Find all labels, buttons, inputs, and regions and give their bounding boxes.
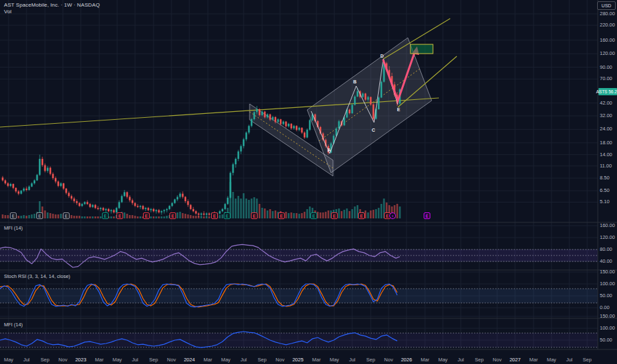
candle [201, 214, 203, 215]
candle [15, 188, 17, 191]
time-axis-label: Mar [95, 357, 104, 363]
candle [182, 194, 184, 197]
candle [105, 209, 107, 210]
svg-text:E: E [65, 214, 68, 218]
mfi-axis-label: 80.00 [600, 247, 612, 252]
candle [97, 208, 99, 209]
volume-bar [182, 213, 184, 218]
candle [267, 114, 269, 117]
candle [256, 109, 258, 112]
candle [47, 167, 49, 171]
volume-legend[interactable]: Vol [4, 9, 11, 15]
time-axis-label: Sep [258, 357, 266, 363]
volume-bar [307, 209, 308, 218]
candle [134, 203, 136, 206]
time-axis-label: May [221, 357, 230, 363]
candle [238, 152, 240, 159]
last-price-tag: ASTS 56.20 [598, 88, 617, 95]
time-axis-label: May [330, 357, 339, 363]
candle [261, 112, 263, 115]
candle [296, 126, 298, 130]
wave-label-d: D [380, 54, 383, 58]
earnings-marker-icon[interactable]: E [279, 213, 285, 219]
volume-bar [79, 216, 81, 218]
earnings-marker-icon[interactable]: E [359, 213, 365, 219]
volume-bar [357, 205, 359, 218]
volume-bar [166, 216, 168, 218]
volume-bar [134, 216, 136, 218]
price-axis-label: 160.00 [600, 38, 615, 43]
earnings-marker-icon[interactable]: E [144, 213, 150, 219]
earnings-marker-icon[interactable]: E [103, 213, 109, 219]
earnings-marker-icon[interactable]: E [332, 213, 338, 219]
earnings-marker-icon[interactable]: E [117, 213, 123, 219]
volume-bar [267, 210, 269, 218]
earnings-marker-icon[interactable]: E [11, 213, 17, 219]
volume-bar [248, 200, 250, 218]
price-axis-label: 90.00 [600, 65, 612, 70]
usd-currency-button[interactable]: USD [597, 1, 616, 10]
candle [190, 205, 192, 209]
earnings-marker-icon[interactable]: E [224, 213, 230, 219]
candle [7, 183, 9, 186]
volume-bar [7, 215, 9, 218]
earnings-marker-icon[interactable]: E [64, 213, 70, 219]
volume-bar [129, 215, 131, 218]
stoch-rsi-panel-label[interactable]: Stoch RSI (3, 3, 14, 14, close) [4, 273, 70, 279]
svg-text:E: E [312, 214, 316, 218]
earnings-marker-icon[interactable]: E [311, 213, 317, 219]
volume-bar [285, 212, 287, 218]
candle [137, 206, 139, 207]
candle [365, 93, 367, 99]
svg-text:E: E [171, 214, 175, 218]
chart-canvas[interactable]: ABCDEEEEEEEEEEEEEEEE›E [0, 0, 617, 364]
svg-text:E: E [360, 214, 363, 218]
svg-text:›: › [392, 214, 393, 218]
candle [156, 210, 158, 211]
price-axis-label: 8.50 [600, 175, 610, 181]
volume-bar [269, 209, 271, 218]
volume-bar [375, 209, 377, 218]
time-axis-label: Jul [566, 357, 573, 363]
volume-bar [328, 210, 330, 218]
time-axis-label: Sep [475, 357, 483, 363]
candle [92, 205, 94, 207]
candle [275, 117, 277, 122]
candle [230, 173, 232, 198]
candle [373, 105, 375, 119]
volume-bar [28, 215, 30, 218]
earnings-marker-icon[interactable]: › [390, 213, 396, 219]
earnings-marker-icon[interactable]: E [37, 213, 43, 219]
candle [126, 192, 128, 197]
earnings-marker-icon[interactable]: E [252, 213, 258, 219]
time-axis-label: Mar [530, 357, 538, 363]
earnings-marker-icon[interactable]: E [424, 213, 430, 219]
time-axis-label: Nov [493, 357, 501, 363]
earnings-marker-icon[interactable]: E [170, 213, 176, 219]
volume-bar [113, 216, 115, 218]
volume-bar [341, 211, 343, 218]
volume-bar [21, 216, 23, 218]
volume-bar [153, 216, 155, 218]
candle [153, 209, 155, 211]
symbol-legend[interactable]: AST SpaceMobile, Inc. · 1W · NASDAQ [4, 2, 100, 8]
wave-label-c: C [371, 128, 375, 132]
candle [259, 109, 261, 115]
candle [185, 197, 187, 201]
volume-bar [185, 214, 187, 218]
volume-bar [325, 212, 327, 218]
volume-bar [140, 216, 142, 218]
volume-bar [89, 216, 91, 218]
earnings-marker-icon[interactable]: E [212, 213, 218, 219]
candle [87, 202, 89, 204]
time-axis-year-label: 2023 [75, 357, 87, 363]
mfi-panel-label[interactable]: MFI (14) [4, 225, 23, 231]
price-target-box[interactable] [410, 44, 433, 54]
volume-bar [219, 215, 221, 218]
candle [381, 82, 383, 98]
time-axis-label: Jul [240, 357, 247, 363]
mfi2-panel-label[interactable]: MFI (14) [4, 322, 23, 328]
svg-text:E: E [226, 214, 229, 218]
volume-bar [34, 214, 36, 218]
mfi-axis-label: 120.00 [600, 235, 615, 240]
